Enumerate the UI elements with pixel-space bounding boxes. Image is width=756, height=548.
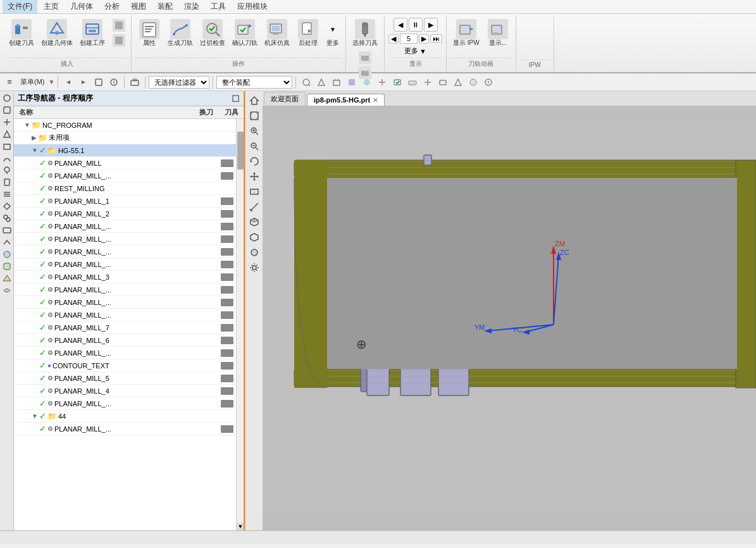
ipw-button[interactable]: 显示 IPW <box>450 18 482 48</box>
menu-file[interactable]: 文件(F) <box>3 0 37 13</box>
nav-item-pm11[interactable]: ✓ ⚙ PLANAR_MILL_... <box>14 283 236 296</box>
nav-item-pm7[interactable]: ✓ ⚙ PLANAR_MILL_... <box>14 246 236 258</box>
navigator-scrollbar[interactable]: ▼ <box>236 119 244 530</box>
nav-item-pm1[interactable]: ✓ ⚙ PLANAR_MILL <box>14 157 236 170</box>
nav-item-pm3[interactable]: ✓ ⚙ PLANAR_MILL_1 <box>14 195 236 208</box>
left-icon-3[interactable] <box>1 116 13 128</box>
tb13[interactable] <box>481 75 495 89</box>
nav-item-pm6n[interactable]: ✓ ⚙ PLANAR_MILL_6 <box>14 334 236 347</box>
attr-button[interactable]: 属性 <box>135 18 163 48</box>
nav-item-pm5n[interactable]: ✓ ⚙ PLANAR_MILL_5 <box>14 372 236 385</box>
nav-btn3[interactable] <box>92 75 106 89</box>
scroll-down-btn[interactable]: ▼ <box>237 523 244 530</box>
tb4[interactable] <box>345 75 359 89</box>
viewport[interactable]: 欢迎页面 ip8-pm5.5-HG.prt ✕ <box>263 91 756 530</box>
tab-model[interactable]: ip8-pm5.5-HG.prt ✕ <box>307 94 385 106</box>
speed-next[interactable]: ▶ <box>419 34 429 44</box>
over-check-button[interactable]: 过切检查 <box>197 18 228 48</box>
cmd-btn5[interactable] <box>128 75 142 89</box>
assembly-select[interactable]: 整个装配 <box>216 76 292 89</box>
speed-prev[interactable]: ◀ <box>388 34 399 44</box>
rt-icon-measure[interactable] <box>247 200 261 214</box>
post-button[interactable]: 后处理 <box>294 18 322 48</box>
nav-item-rest[interactable]: ✓ ⚙ REST_MILLING <box>14 182 236 195</box>
rt-icon-section[interactable] <box>247 185 261 199</box>
tb8[interactable] <box>406 75 419 89</box>
nav-item-pm5[interactable]: ✓ ⚙ PLANAR_MILL_... <box>14 220 236 233</box>
menu-label[interactable]: 菜单(M) <box>18 76 47 88</box>
nav-item-pm15[interactable]: ✓ ⚙ PLANAR_MILL_... <box>14 397 236 410</box>
prev-button[interactable]: ◀ <box>393 18 407 32</box>
rt-icon-zoom-in[interactable] <box>247 124 261 138</box>
navigator-close-btn[interactable]: ☐ <box>232 94 240 104</box>
navigator-scroll[interactable]: ▼ 📁 NC_PROGRAM ▶ 📁 未用项 ▼ ✓ 📁 HG-55.1 <box>14 119 236 530</box>
fast-fwd[interactable]: ⏭ <box>430 34 442 43</box>
nav-item-contour[interactable]: ✓ ● CONTOUR_TEXT <box>14 359 236 372</box>
nav-item-44[interactable]: ▼ ✓ 📁 44 <box>14 410 236 423</box>
tb6[interactable] <box>375 75 389 89</box>
rt-icon-zoom-out[interactable] <box>247 139 261 153</box>
create-geo-button[interactable]: 创建几何体 <box>39 18 75 48</box>
nav-item-pm8[interactable]: ✓ ⚙ PLANAR_MILL_... <box>14 258 236 271</box>
tb11[interactable] <box>451 75 465 89</box>
nav-item-hg55[interactable]: ▼ ✓ 📁 HG-55.1 <box>14 144 236 157</box>
play-button[interactable]: ▶ <box>424 18 438 32</box>
nav-item-pm10[interactable]: ✓ ⚙ PLANAR_MILL_3 <box>14 271 236 283</box>
filter-select[interactable]: 无选择过滤器 <box>149 76 209 89</box>
nav-btn4[interactable] <box>107 75 121 89</box>
confirm-tool-button[interactable]: 确认刀轨 <box>230 18 260 48</box>
create-work-button[interactable]: 创建工序 <box>77 18 108 48</box>
tab-welcome[interactable]: 欢迎页面 <box>264 92 306 106</box>
nav-item-pm13[interactable]: ✓ ⚙ PLANAR_MILL_... <box>14 309 236 321</box>
nav-item-nc[interactable]: ▼ 📁 NC_PROGRAM <box>14 119 236 132</box>
left-icon-12[interactable] <box>1 225 13 236</box>
nav-item-pm2[interactable]: ✓ ⚙ PLANAR_MILL_... <box>14 170 236 182</box>
menu-view[interactable]: 视图 <box>126 0 151 13</box>
rt-icon-3dbox[interactable] <box>247 215 261 229</box>
menu-apps[interactable]: 应用模块 <box>232 0 273 13</box>
left-icon-2[interactable] <box>1 104 13 116</box>
left-icon-7[interactable] <box>1 165 13 176</box>
left-icon-14[interactable] <box>1 249 13 260</box>
rt-icon-home[interactable] <box>247 94 261 108</box>
scrollbar-thumb[interactable] <box>237 132 244 170</box>
left-icon-15[interactable] <box>1 261 13 272</box>
menu-geometry[interactable]: 几何体 <box>65 0 98 13</box>
rt-icon-settings[interactable] <box>247 261 261 275</box>
nav-item-pm-last[interactable]: ✓ ⚙ PLANAR_MILL_... <box>14 423 236 435</box>
display3-button[interactable]: ... 显示... <box>484 18 512 48</box>
more-op-button[interactable]: ▼ 更多 <box>324 18 342 48</box>
left-icon-8[interactable] <box>1 177 13 188</box>
tab-model-close[interactable]: ✕ <box>373 97 378 104</box>
machine-sim-button[interactable]: 机床仿真 <box>262 18 292 48</box>
display-more-btn[interactable]: 更多▼ <box>402 46 428 56</box>
rt-icon-wire[interactable] <box>247 230 261 244</box>
tb12[interactable] <box>466 75 480 89</box>
menu-analysis[interactable]: 分析 <box>99 0 125 13</box>
tb1[interactable] <box>299 75 313 89</box>
tb2[interactable] <box>314 75 328 89</box>
nav-btn2[interactable] <box>77 75 90 89</box>
left-icon-16[interactable] <box>1 273 13 284</box>
left-icon-10[interactable] <box>1 201 13 212</box>
nav-item-pm4n[interactable]: ✓ ⚙ PLANAR_MILL_4 <box>14 385 236 397</box>
menu-home[interactable]: 主页 <box>39 0 64 13</box>
rt-icon-render[interactable] <box>247 246 261 259</box>
left-icon-17[interactable] <box>1 285 13 296</box>
gen-path-button[interactable]: 生成刀轨 <box>165 18 195 48</box>
nav-item-unused[interactable]: ▶ 📁 未用项 <box>14 132 236 144</box>
tb3[interactable] <box>330 75 344 89</box>
tool-display1[interactable] <box>357 51 373 65</box>
menu-render[interactable]: 渲染 <box>179 0 204 13</box>
nav-item-pm4[interactable]: ✓ ⚙ PLANAR_MILL_2 <box>14 208 236 220</box>
left-icon-11[interactable] <box>1 213 13 224</box>
ribbon-extra-btn2[interactable] <box>111 34 127 47</box>
pause-button[interactable]: ⏸ <box>409 18 423 32</box>
menu-tools[interactable]: 工具 <box>206 0 231 13</box>
rt-icon-pan[interactable] <box>247 170 261 184</box>
rt-icon-rotate[interactable] <box>247 154 261 168</box>
nav-item-pm14[interactable]: ✓ ⚙ PLANAR_MILL_... <box>14 347 236 359</box>
tb10[interactable] <box>436 75 450 89</box>
nav-btn1[interactable] <box>61 75 75 89</box>
menu-assembly[interactable]: 装配 <box>152 0 178 13</box>
